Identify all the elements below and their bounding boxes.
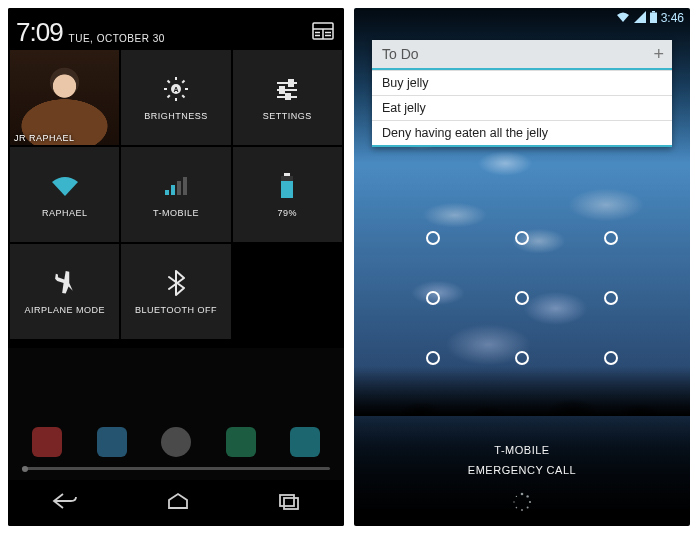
tile-label: T-MOBILE [153, 208, 199, 218]
carrier-label: T-MOBILE [354, 444, 690, 456]
svg-rect-30 [280, 495, 294, 506]
pattern-dot[interactable] [426, 291, 440, 305]
svg-point-36 [529, 501, 531, 503]
todo-widget[interactable]: To Do + Buy jelly Eat jelly Deny having … [372, 40, 672, 147]
tile-label: BLUETOOTH OFF [135, 305, 217, 315]
dock-app-icon [290, 427, 320, 457]
dock-app-icon [32, 427, 62, 457]
page-indicator [22, 467, 330, 470]
cell-signal-icon [634, 11, 646, 26]
svg-rect-29 [281, 181, 293, 198]
cell-signal-icon [163, 172, 189, 200]
add-icon[interactable]: + [653, 45, 664, 63]
battery-icon [650, 11, 657, 26]
home-screen-behind [8, 348, 344, 480]
svg-rect-18 [289, 80, 293, 86]
status-bar: 3:46 [610, 8, 690, 28]
tile-label: RAPHAEL [42, 208, 88, 218]
dock-row [22, 427, 330, 457]
pattern-dot[interactable] [604, 231, 618, 245]
tile-airplane-mode[interactable]: AIRPLANE MODE [10, 244, 119, 339]
svg-point-40 [513, 501, 514, 502]
pattern-dot[interactable] [515, 231, 529, 245]
brightness-icon: A [163, 75, 189, 103]
pattern-dot[interactable] [515, 351, 529, 365]
widget-title: To Do [382, 46, 419, 62]
svg-point-34 [521, 493, 524, 496]
tile-wifi[interactable]: RAPHAEL [10, 147, 119, 242]
nav-recent-icon[interactable] [277, 492, 301, 514]
dock-app-icon [226, 427, 256, 457]
dock-app-icon [97, 427, 127, 457]
svg-rect-27 [284, 173, 290, 176]
bluetooth-icon [166, 269, 186, 297]
status-time: 3:46 [661, 11, 684, 25]
pattern-dot[interactable] [426, 351, 440, 365]
nav-home-icon[interactable] [166, 492, 190, 514]
navigation-bar [8, 480, 344, 526]
tile-label: AIRPLANE MODE [24, 305, 105, 315]
sliders-icon [275, 75, 299, 103]
emergency-call-button[interactable]: EMERGENCY CALL [354, 464, 690, 476]
svg-point-41 [516, 496, 517, 497]
svg-rect-32 [652, 11, 655, 13]
tile-label: JR RAPHAEL [14, 133, 75, 143]
svg-rect-23 [165, 190, 169, 195]
svg-point-37 [527, 507, 529, 509]
svg-text:A: A [173, 86, 178, 93]
airplane-icon [52, 269, 78, 297]
tile-label: SETTINGS [263, 111, 312, 121]
tile-brightness[interactable]: A BRIGHTNESS [121, 50, 230, 145]
tile-cell-network[interactable]: T-MOBILE [121, 147, 230, 242]
svg-point-38 [521, 509, 523, 511]
wifi-icon [50, 172, 80, 200]
pattern-dot[interactable] [604, 291, 618, 305]
battery-icon [279, 172, 295, 200]
avatar-image [10, 50, 119, 145]
status-bar: 7:09 TUE, OCTOBER 30 [8, 8, 344, 50]
svg-line-12 [167, 80, 169, 82]
phone-lock-screen: 3:46 To Do + Buy jelly Eat jelly Deny ha… [354, 8, 690, 526]
svg-rect-24 [171, 185, 175, 195]
status-time: 7:09 [16, 17, 63, 48]
svg-line-14 [182, 80, 184, 82]
pattern-unlock-grid[interactable] [354, 208, 690, 388]
quick-settings-grid: JR RAPHAEL A BRIGHTNESS [8, 50, 344, 339]
svg-rect-26 [183, 177, 187, 195]
svg-rect-25 [177, 181, 181, 195]
svg-rect-33 [650, 12, 657, 23]
tile-label: BRIGHTNESS [144, 111, 208, 121]
tile-label: 79% [278, 208, 298, 218]
svg-line-15 [167, 95, 169, 97]
wifi-icon [616, 11, 630, 26]
svg-rect-20 [280, 87, 284, 93]
todo-item[interactable]: Eat jelly [372, 95, 672, 120]
svg-point-39 [516, 507, 518, 509]
tile-settings[interactable]: SETTINGS [233, 50, 342, 145]
app-drawer-icon [161, 427, 191, 457]
todo-item[interactable]: Deny having eaten all the jelly [372, 120, 672, 145]
nav-back-icon[interactable] [51, 491, 79, 515]
svg-point-35 [526, 495, 528, 497]
widget-divider [372, 145, 672, 147]
tile-bluetooth[interactable]: BLUETOOTH OFF [121, 244, 230, 339]
tile-battery[interactable]: 79% [233, 147, 342, 242]
phone-quick-settings: 7:09 TUE, OCTOBER 30 JR RAPHAEL [8, 8, 344, 526]
widget-header: To Do + [372, 40, 672, 68]
svg-rect-22 [286, 94, 290, 100]
svg-line-13 [182, 95, 184, 97]
pattern-dot[interactable] [515, 291, 529, 305]
pattern-dot[interactable] [426, 231, 440, 245]
tile-profile[interactable]: JR RAPHAEL [10, 50, 119, 145]
todo-item[interactable]: Buy jelly [372, 70, 672, 95]
notifications-panel-icon[interactable] [312, 22, 334, 44]
status-date: TUE, OCTOBER 30 [69, 33, 165, 44]
pattern-dot[interactable] [604, 351, 618, 365]
loading-spinner-icon [512, 492, 532, 512]
svg-rect-31 [284, 498, 298, 509]
